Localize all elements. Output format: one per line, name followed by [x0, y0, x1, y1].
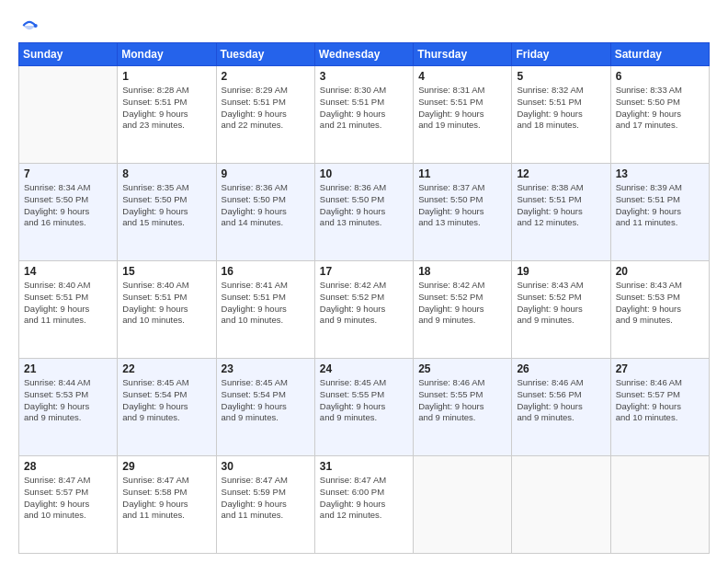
calendar-table: SundayMondayTuesdayWednesdayThursdayFrid…: [18, 42, 710, 554]
week-row-3: 14Sunrise: 8:40 AM Sunset: 5:51 PM Dayli…: [19, 261, 710, 359]
calendar-cell: 18Sunrise: 8:42 AM Sunset: 5:52 PM Dayli…: [414, 261, 512, 359]
day-number: 5: [517, 70, 605, 83]
week-row-5: 28Sunrise: 8:47 AM Sunset: 5:57 PM Dayli…: [19, 456, 710, 554]
day-info: Sunrise: 8:46 AM Sunset: 5:55 PM Dayligh…: [418, 377, 506, 424]
calendar-cell: 17Sunrise: 8:42 AM Sunset: 5:52 PM Dayli…: [314, 261, 413, 359]
calendar-cell: 16Sunrise: 8:41 AM Sunset: 5:51 PM Dayli…: [216, 261, 314, 359]
calendar-cell: 24Sunrise: 8:45 AM Sunset: 5:55 PM Dayli…: [314, 359, 413, 456]
weekday-wednesday: Wednesday: [314, 43, 413, 66]
day-info: Sunrise: 8:28 AM Sunset: 5:51 PM Dayligh…: [122, 85, 210, 132]
weekday-friday: Friday: [512, 43, 610, 66]
calendar-cell: 30Sunrise: 8:47 AM Sunset: 5:59 PM Dayli…: [216, 456, 314, 554]
day-info: Sunrise: 8:34 AM Sunset: 5:50 PM Dayligh…: [24, 182, 112, 229]
day-number: 2: [222, 70, 310, 83]
day-number: 13: [616, 167, 704, 180]
day-info: Sunrise: 8:43 AM Sunset: 5:53 PM Dayligh…: [616, 280, 704, 327]
day-info: Sunrise: 8:41 AM Sunset: 5:51 PM Dayligh…: [222, 280, 310, 327]
day-info: Sunrise: 8:39 AM Sunset: 5:51 PM Dayligh…: [616, 182, 704, 229]
day-number: 4: [418, 70, 506, 83]
day-number: 27: [616, 362, 704, 375]
calendar-cell: 20Sunrise: 8:43 AM Sunset: 5:53 PM Dayli…: [610, 261, 709, 359]
day-number: 8: [122, 167, 210, 180]
calendar-cell: [610, 456, 709, 554]
day-number: 9: [222, 167, 310, 180]
header: [18, 17, 710, 35]
day-number: 10: [320, 167, 408, 180]
calendar-cell: 9Sunrise: 8:36 AM Sunset: 5:50 PM Daylig…: [216, 164, 314, 261]
calendar-cell: 22Sunrise: 8:45 AM Sunset: 5:54 PM Dayli…: [118, 359, 216, 456]
calendar-cell: 21Sunrise: 8:44 AM Sunset: 5:53 PM Dayli…: [19, 359, 118, 456]
day-number: 1: [122, 70, 210, 83]
day-number: 19: [517, 265, 605, 278]
calendar-cell: 26Sunrise: 8:46 AM Sunset: 5:56 PM Dayli…: [512, 359, 610, 456]
day-number: 17: [320, 265, 408, 278]
day-info: Sunrise: 8:42 AM Sunset: 5:52 PM Dayligh…: [320, 280, 408, 327]
calendar-cell: 28Sunrise: 8:47 AM Sunset: 5:57 PM Dayli…: [19, 456, 118, 554]
day-number: 14: [24, 265, 112, 278]
day-number: 20: [616, 265, 704, 278]
day-info: Sunrise: 8:40 AM Sunset: 5:51 PM Dayligh…: [24, 280, 112, 327]
day-info: Sunrise: 8:47 AM Sunset: 5:58 PM Dayligh…: [122, 475, 210, 522]
day-number: 26: [517, 362, 605, 375]
weekday-monday: Monday: [118, 43, 216, 66]
day-number: 12: [517, 167, 605, 180]
day-number: 25: [418, 362, 506, 375]
day-info: Sunrise: 8:47 AM Sunset: 5:59 PM Dayligh…: [222, 475, 310, 522]
day-info: Sunrise: 8:47 AM Sunset: 5:57 PM Dayligh…: [24, 475, 112, 522]
day-number: 21: [24, 362, 112, 375]
calendar-cell: 31Sunrise: 8:47 AM Sunset: 6:00 PM Dayli…: [314, 456, 413, 554]
week-row-1: 1Sunrise: 8:28 AM Sunset: 5:51 PM Daylig…: [19, 66, 710, 164]
calendar-cell: 25Sunrise: 8:46 AM Sunset: 5:55 PM Dayli…: [414, 359, 512, 456]
calendar-cell: 8Sunrise: 8:35 AM Sunset: 5:50 PM Daylig…: [118, 164, 216, 261]
day-info: Sunrise: 8:46 AM Sunset: 5:56 PM Dayligh…: [517, 377, 605, 424]
calendar-cell: 2Sunrise: 8:29 AM Sunset: 5:51 PM Daylig…: [216, 66, 314, 164]
day-info: Sunrise: 8:33 AM Sunset: 5:50 PM Dayligh…: [616, 85, 704, 132]
calendar-cell: 4Sunrise: 8:31 AM Sunset: 5:51 PM Daylig…: [414, 66, 512, 164]
week-row-2: 7Sunrise: 8:34 AM Sunset: 5:50 PM Daylig…: [19, 164, 710, 261]
calendar-cell: [414, 456, 512, 554]
day-info: Sunrise: 8:35 AM Sunset: 5:50 PM Dayligh…: [122, 182, 210, 229]
day-info: Sunrise: 8:45 AM Sunset: 5:54 PM Dayligh…: [222, 377, 310, 424]
calendar-cell: 5Sunrise: 8:32 AM Sunset: 5:51 PM Daylig…: [512, 66, 610, 164]
day-number: 28: [24, 460, 112, 473]
day-number: 18: [418, 265, 506, 278]
calendar-cell: 3Sunrise: 8:30 AM Sunset: 5:51 PM Daylig…: [314, 66, 413, 164]
day-number: 3: [320, 70, 408, 83]
day-info: Sunrise: 8:47 AM Sunset: 6:00 PM Dayligh…: [320, 475, 408, 522]
day-number: 24: [320, 362, 408, 375]
day-number: 30: [222, 460, 310, 473]
weekday-saturday: Saturday: [610, 43, 709, 66]
day-info: Sunrise: 8:38 AM Sunset: 5:51 PM Dayligh…: [517, 182, 605, 229]
day-number: 7: [24, 167, 112, 180]
day-info: Sunrise: 8:36 AM Sunset: 5:50 PM Dayligh…: [222, 182, 310, 229]
calendar-cell: 6Sunrise: 8:33 AM Sunset: 5:50 PM Daylig…: [610, 66, 709, 164]
calendar-cell: [19, 66, 118, 164]
calendar-cell: 13Sunrise: 8:39 AM Sunset: 5:51 PM Dayli…: [610, 164, 709, 261]
day-number: 11: [418, 167, 506, 180]
day-info: Sunrise: 8:37 AM Sunset: 5:50 PM Dayligh…: [418, 182, 506, 229]
calendar-cell: 19Sunrise: 8:43 AM Sunset: 5:52 PM Dayli…: [512, 261, 610, 359]
day-info: Sunrise: 8:31 AM Sunset: 5:51 PM Dayligh…: [418, 85, 506, 132]
calendar-cell: 1Sunrise: 8:28 AM Sunset: 5:51 PM Daylig…: [118, 66, 216, 164]
day-info: Sunrise: 8:44 AM Sunset: 5:53 PM Dayligh…: [24, 377, 112, 424]
day-info: Sunrise: 8:45 AM Sunset: 5:55 PM Dayligh…: [320, 377, 408, 424]
day-number: 16: [222, 265, 310, 278]
calendar-cell: 11Sunrise: 8:37 AM Sunset: 5:50 PM Dayli…: [414, 164, 512, 261]
day-number: 31: [320, 460, 408, 473]
page: SundayMondayTuesdayWednesdayThursdayFrid…: [0, 0, 728, 563]
day-info: Sunrise: 8:36 AM Sunset: 5:50 PM Dayligh…: [320, 182, 408, 229]
weekday-tuesday: Tuesday: [216, 43, 314, 66]
svg-point-0: [34, 24, 38, 28]
weekday-sunday: Sunday: [19, 43, 118, 66]
day-info: Sunrise: 8:30 AM Sunset: 5:51 PM Dayligh…: [320, 85, 408, 132]
weekday-header-row: SundayMondayTuesdayWednesdayThursdayFrid…: [19, 43, 710, 66]
day-info: Sunrise: 8:43 AM Sunset: 5:52 PM Dayligh…: [517, 280, 605, 327]
day-info: Sunrise: 8:42 AM Sunset: 5:52 PM Dayligh…: [418, 280, 506, 327]
week-row-4: 21Sunrise: 8:44 AM Sunset: 5:53 PM Dayli…: [19, 359, 710, 456]
calendar-cell: [512, 456, 610, 554]
day-number: 22: [122, 362, 210, 375]
logo-icon: [20, 17, 39, 35]
calendar-cell: 14Sunrise: 8:40 AM Sunset: 5:51 PM Dayli…: [19, 261, 118, 359]
day-number: 29: [122, 460, 210, 473]
day-number: 15: [122, 265, 210, 278]
